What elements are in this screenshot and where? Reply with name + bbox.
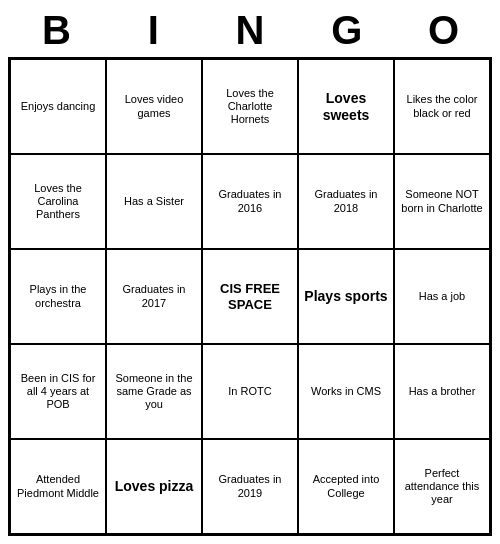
- bingo-header: B I N G O: [8, 8, 492, 53]
- bingo-cell-5[interactable]: Loves the Carolina Panthers: [10, 154, 106, 249]
- bingo-cell-11[interactable]: Graduates in 2017: [106, 249, 202, 344]
- bingo-cell-12[interactable]: CIS FREE SPACE: [202, 249, 298, 344]
- bingo-cell-24[interactable]: Perfect attendance this year: [394, 439, 490, 534]
- bingo-cell-19[interactable]: Has a brother: [394, 344, 490, 439]
- bingo-cell-20[interactable]: Attended Piedmont Middle: [10, 439, 106, 534]
- bingo-cell-21[interactable]: Loves pizza: [106, 439, 202, 534]
- bingo-cell-22[interactable]: Graduates in 2019: [202, 439, 298, 534]
- bingo-cell-14[interactable]: Has a job: [394, 249, 490, 344]
- bingo-cell-18[interactable]: Works in CMS: [298, 344, 394, 439]
- bingo-cell-16[interactable]: Someone in the same Grade as you: [106, 344, 202, 439]
- bingo-cell-4[interactable]: Likes the color black or red: [394, 59, 490, 154]
- letter-g: G: [298, 8, 395, 53]
- letter-o: O: [395, 8, 492, 53]
- letter-i: I: [105, 8, 202, 53]
- bingo-cell-10[interactable]: Plays in the orchestra: [10, 249, 106, 344]
- bingo-cell-6[interactable]: Has a Sister: [106, 154, 202, 249]
- bingo-cell-1[interactable]: Loves video games: [106, 59, 202, 154]
- bingo-cell-8[interactable]: Graduates in 2018: [298, 154, 394, 249]
- bingo-cell-15[interactable]: Been in CIS for all 4 years at POB: [10, 344, 106, 439]
- bingo-cell-3[interactable]: Loves sweets: [298, 59, 394, 154]
- bingo-cell-13[interactable]: Plays sports: [298, 249, 394, 344]
- bingo-cell-23[interactable]: Accepted into College: [298, 439, 394, 534]
- letter-b: B: [8, 8, 105, 53]
- bingo-cell-0[interactable]: Enjoys dancing: [10, 59, 106, 154]
- bingo-cell-2[interactable]: Loves the Charlotte Hornets: [202, 59, 298, 154]
- letter-n: N: [202, 8, 299, 53]
- bingo-cell-9[interactable]: Someone NOT born in Charlotte: [394, 154, 490, 249]
- bingo-cell-17[interactable]: In ROTC: [202, 344, 298, 439]
- bingo-cell-7[interactable]: Graduates in 2016: [202, 154, 298, 249]
- bingo-grid: Enjoys dancingLoves video gamesLoves the…: [8, 57, 492, 536]
